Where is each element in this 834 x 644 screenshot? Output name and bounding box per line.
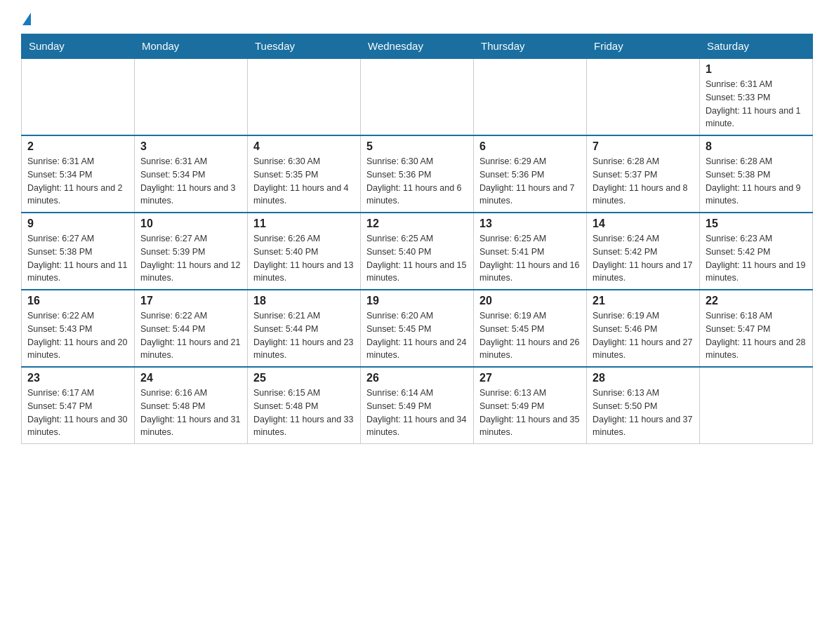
day-info: Sunrise: 6:13 AM Sunset: 5:50 PM Dayligh…: [593, 387, 694, 439]
day-info: Sunrise: 6:18 AM Sunset: 5:47 PM Dayligh…: [706, 309, 807, 362]
day-info: Sunrise: 6:23 AM Sunset: 5:42 PM Dayligh…: [706, 232, 807, 285]
day-info: Sunrise: 6:31 AM Sunset: 5:33 PM Dayligh…: [706, 78, 807, 130]
day-info: Sunrise: 6:20 AM Sunset: 5:45 PM Dayligh…: [366, 309, 468, 362]
calendar-day-13: 13Sunrise: 6:25 AM Sunset: 5:41 PM Dayli…: [474, 213, 587, 290]
day-info: Sunrise: 6:28 AM Sunset: 5:38 PM Dayligh…: [706, 155, 807, 208]
calendar-day-25: 25Sunrise: 6:15 AM Sunset: 5:48 PM Dayli…: [248, 367, 361, 444]
day-info: Sunrise: 6:31 AM Sunset: 5:34 PM Dayligh…: [27, 155, 128, 208]
day-number: 25: [253, 372, 355, 384]
calendar-day-17: 17Sunrise: 6:22 AM Sunset: 5:44 PM Dayli…: [135, 290, 248, 367]
logo-triangle-icon: [22, 13, 31, 25]
day-info: Sunrise: 6:19 AM Sunset: 5:45 PM Dayligh…: [479, 309, 581, 362]
day-info: Sunrise: 6:31 AM Sunset: 5:34 PM Dayligh…: [140, 155, 241, 208]
day-info: Sunrise: 6:28 AM Sunset: 5:37 PM Dayligh…: [593, 155, 694, 208]
calendar-day-12: 12Sunrise: 6:25 AM Sunset: 5:40 PM Dayli…: [361, 213, 474, 290]
day-number: 24: [140, 372, 241, 384]
day-number: 1: [706, 63, 807, 76]
weekday-header-wednesday: Wednesday: [361, 34, 474, 59]
day-number: 27: [479, 372, 581, 384]
calendar-day-empty: [587, 58, 700, 135]
calendar-day-28: 28Sunrise: 6:13 AM Sunset: 5:50 PM Dayli…: [587, 367, 700, 444]
day-number: 16: [27, 295, 128, 307]
day-info: Sunrise: 6:19 AM Sunset: 5:46 PM Dayligh…: [593, 309, 694, 362]
day-number: 17: [140, 295, 241, 307]
day-number: 13: [479, 217, 581, 230]
calendar-day-2: 2Sunrise: 6:31 AM Sunset: 5:34 PM Daylig…: [22, 135, 135, 213]
calendar-day-21: 21Sunrise: 6:19 AM Sunset: 5:46 PM Dayli…: [587, 290, 700, 367]
calendar-table: SundayMondayTuesdayWednesdayThursdayFrid…: [21, 34, 813, 444]
weekday-header-thursday: Thursday: [474, 34, 587, 59]
day-number: 28: [593, 372, 694, 384]
weekday-header-saturday: Saturday: [700, 34, 813, 59]
day-info: Sunrise: 6:25 AM Sunset: 5:40 PM Dayligh…: [366, 232, 468, 285]
weekday-header-sunday: Sunday: [22, 34, 135, 59]
calendar-day-18: 18Sunrise: 6:21 AM Sunset: 5:44 PM Dayli…: [248, 290, 361, 367]
day-number: 12: [366, 217, 468, 230]
calendar-day-8: 8Sunrise: 6:28 AM Sunset: 5:38 PM Daylig…: [700, 135, 813, 213]
day-info: Sunrise: 6:14 AM Sunset: 5:49 PM Dayligh…: [366, 387, 468, 439]
day-info: Sunrise: 6:22 AM Sunset: 5:43 PM Dayligh…: [27, 309, 128, 362]
weekday-header-row: SundayMondayTuesdayWednesdayThursdayFrid…: [22, 34, 813, 59]
calendar-day-20: 20Sunrise: 6:19 AM Sunset: 5:45 PM Dayli…: [474, 290, 587, 367]
calendar-day-27: 27Sunrise: 6:13 AM Sunset: 5:49 PM Dayli…: [474, 367, 587, 444]
calendar-day-empty: [248, 58, 361, 135]
calendar-day-11: 11Sunrise: 6:26 AM Sunset: 5:40 PM Dayli…: [248, 213, 361, 290]
day-info: Sunrise: 6:30 AM Sunset: 5:36 PM Dayligh…: [366, 155, 468, 208]
day-number: 18: [253, 295, 355, 307]
day-info: Sunrise: 6:26 AM Sunset: 5:40 PM Dayligh…: [253, 232, 355, 285]
calendar-week-row: 23Sunrise: 6:17 AM Sunset: 5:47 PM Dayli…: [22, 367, 813, 444]
day-info: Sunrise: 6:15 AM Sunset: 5:48 PM Dayligh…: [253, 387, 355, 439]
calendar-day-9: 9Sunrise: 6:27 AM Sunset: 5:38 PM Daylig…: [22, 213, 135, 290]
day-info: Sunrise: 6:27 AM Sunset: 5:38 PM Dayligh…: [27, 232, 128, 285]
calendar-day-4: 4Sunrise: 6:30 AM Sunset: 5:35 PM Daylig…: [248, 135, 361, 213]
header: [21, 14, 813, 27]
day-info: Sunrise: 6:25 AM Sunset: 5:41 PM Dayligh…: [479, 232, 581, 285]
day-number: 6: [479, 140, 581, 153]
calendar-day-14: 14Sunrise: 6:24 AM Sunset: 5:42 PM Dayli…: [587, 213, 700, 290]
calendar-week-row: 16Sunrise: 6:22 AM Sunset: 5:43 PM Dayli…: [22, 290, 813, 367]
calendar-day-empty: [22, 58, 135, 135]
day-number: 15: [706, 217, 807, 230]
calendar-day-empty: [700, 367, 813, 444]
calendar-day-10: 10Sunrise: 6:27 AM Sunset: 5:39 PM Dayli…: [135, 213, 248, 290]
day-number: 26: [366, 372, 468, 384]
calendar-day-3: 3Sunrise: 6:31 AM Sunset: 5:34 PM Daylig…: [135, 135, 248, 213]
calendar-day-24: 24Sunrise: 6:16 AM Sunset: 5:48 PM Dayli…: [135, 367, 248, 444]
calendar-day-6: 6Sunrise: 6:29 AM Sunset: 5:36 PM Daylig…: [474, 135, 587, 213]
day-info: Sunrise: 6:17 AM Sunset: 5:47 PM Dayligh…: [27, 387, 128, 439]
day-number: 2: [27, 140, 128, 153]
day-info: Sunrise: 6:21 AM Sunset: 5:44 PM Dayligh…: [253, 309, 355, 362]
day-number: 19: [366, 295, 468, 307]
weekday-header-friday: Friday: [587, 34, 700, 59]
day-info: Sunrise: 6:16 AM Sunset: 5:48 PM Dayligh…: [140, 387, 241, 439]
day-number: 21: [593, 295, 694, 307]
day-number: 9: [27, 217, 128, 230]
day-number: 5: [366, 140, 468, 153]
calendar-day-empty: [474, 58, 587, 135]
calendar-day-1: 1Sunrise: 6:31 AM Sunset: 5:33 PM Daylig…: [700, 58, 813, 135]
calendar-week-row: 1Sunrise: 6:31 AM Sunset: 5:33 PM Daylig…: [22, 58, 813, 135]
day-number: 10: [140, 217, 241, 230]
calendar-day-empty: [361, 58, 474, 135]
logo: [21, 14, 31, 27]
calendar-day-22: 22Sunrise: 6:18 AM Sunset: 5:47 PM Dayli…: [700, 290, 813, 367]
calendar-day-15: 15Sunrise: 6:23 AM Sunset: 5:42 PM Dayli…: [700, 213, 813, 290]
day-number: 20: [479, 295, 581, 307]
calendar-day-empty: [135, 58, 248, 135]
calendar-week-row: 9Sunrise: 6:27 AM Sunset: 5:38 PM Daylig…: [22, 213, 813, 290]
calendar-week-row: 2Sunrise: 6:31 AM Sunset: 5:34 PM Daylig…: [22, 135, 813, 213]
calendar-day-19: 19Sunrise: 6:20 AM Sunset: 5:45 PM Dayli…: [361, 290, 474, 367]
day-info: Sunrise: 6:30 AM Sunset: 5:35 PM Dayligh…: [253, 155, 355, 208]
day-number: 4: [253, 140, 355, 153]
weekday-header-monday: Monday: [135, 34, 248, 59]
calendar-day-26: 26Sunrise: 6:14 AM Sunset: 5:49 PM Dayli…: [361, 367, 474, 444]
day-number: 23: [27, 372, 128, 384]
day-info: Sunrise: 6:13 AM Sunset: 5:49 PM Dayligh…: [479, 387, 581, 439]
day-info: Sunrise: 6:27 AM Sunset: 5:39 PM Dayligh…: [140, 232, 241, 285]
calendar-day-5: 5Sunrise: 6:30 AM Sunset: 5:36 PM Daylig…: [361, 135, 474, 213]
calendar-day-16: 16Sunrise: 6:22 AM Sunset: 5:43 PM Dayli…: [22, 290, 135, 367]
calendar-day-7: 7Sunrise: 6:28 AM Sunset: 5:37 PM Daylig…: [587, 135, 700, 213]
day-info: Sunrise: 6:22 AM Sunset: 5:44 PM Dayligh…: [140, 309, 241, 362]
day-number: 14: [593, 217, 694, 230]
day-info: Sunrise: 6:29 AM Sunset: 5:36 PM Dayligh…: [479, 155, 581, 208]
